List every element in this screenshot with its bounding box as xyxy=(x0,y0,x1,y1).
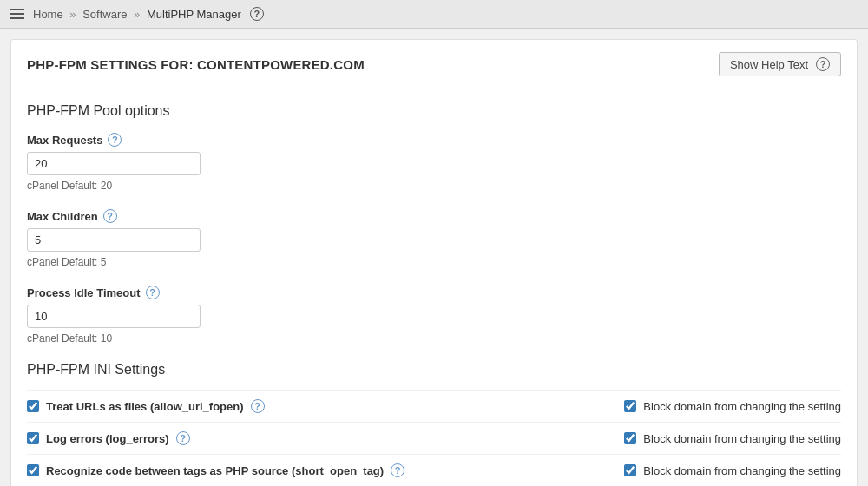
max-children-help-icon[interactable]: ? xyxy=(103,209,117,223)
max-requests-default: cPanel Default: 20 xyxy=(27,180,841,192)
breadcrumb-software[interactable]: Software xyxy=(82,8,127,21)
max-requests-group: Max Requests ? cPanel Default: 20 xyxy=(27,133,841,192)
short-open-tag-label: Recognize code between tags as PHP sourc… xyxy=(46,464,384,477)
show-help-icon: ? xyxy=(816,57,830,71)
log-errors-help-icon[interactable]: ? xyxy=(176,431,190,445)
breadcrumb-sep2: » xyxy=(134,8,140,21)
log-errors-checkbox[interactable] xyxy=(27,432,39,444)
short-open-tag-checkbox[interactable] xyxy=(27,464,39,476)
panel-title: PHP-FPM SETTINGS FOR: CONTENTPOWERED.COM xyxy=(27,57,365,72)
process-idle-timeout-label: Process Idle Timeout ? xyxy=(27,286,841,299)
settings-panel: PHP-FPM SETTINGS FOR: CONTENTPOWERED.COM… xyxy=(10,39,858,486)
short-open-tag-block-checkbox[interactable] xyxy=(624,464,636,476)
allow-url-fopen-label: Treat URLs as files (allow_url_fopen) xyxy=(46,400,244,413)
process-idle-timeout-group: Process Idle Timeout ? cPanel Default: 1… xyxy=(27,286,841,345)
process-idle-timeout-help-icon[interactable]: ? xyxy=(146,286,160,299)
panel-header: PHP-FPM SETTINGS FOR: CONTENTPOWERED.COM… xyxy=(11,40,857,89)
process-idle-timeout-default: cPanel Default: 10 xyxy=(27,332,841,345)
max-children-input[interactable] xyxy=(27,228,201,252)
max-requests-label: Max Requests ? xyxy=(27,133,841,147)
ini-row-allow-url-fopen: Treat URLs as files (allow_url_fopen) ? … xyxy=(27,390,841,422)
main-container: PHP-FPM SETTINGS FOR: CONTENTPOWERED.COM… xyxy=(0,29,868,486)
allow-url-fopen-block-label: Block domain from changing the setting xyxy=(643,400,841,413)
ini-row-log-errors: Log errors (log_errors) ? Block domain f… xyxy=(27,422,841,454)
allow-url-fopen-checkbox[interactable] xyxy=(27,400,39,412)
max-children-group: Max Children ? cPanel Default: 5 xyxy=(27,209,841,268)
breadcrumb-current: MultiPHP Manager xyxy=(147,8,241,21)
breadcrumb-home[interactable]: Home xyxy=(33,8,63,21)
allow-url-fopen-help-icon[interactable]: ? xyxy=(251,399,265,413)
breadcrumb: Home » Software » MultiPHP Manager xyxy=(33,8,241,21)
max-children-default: cPanel Default: 5 xyxy=(27,256,841,268)
allow-url-fopen-block-checkbox[interactable] xyxy=(624,400,636,412)
max-children-label: Max Children ? xyxy=(27,209,841,223)
log-errors-label: Log errors (log_errors) xyxy=(46,432,169,445)
ini-row-short-open-tag: Recognize code between tags as PHP sourc… xyxy=(27,454,841,486)
pool-options-title: PHP-FPM Pool options xyxy=(27,103,841,119)
short-open-tag-help-icon[interactable]: ? xyxy=(391,463,404,477)
log-errors-block-label: Block domain from changing the setting xyxy=(643,432,841,445)
breadcrumb-sep1: » xyxy=(69,8,76,21)
max-requests-help-icon[interactable]: ? xyxy=(108,133,122,147)
ini-section-title: PHP-FPM INI Settings xyxy=(27,362,841,378)
topbar: Home » Software » MultiPHP Manager ? xyxy=(0,0,868,29)
topbar-help-icon[interactable]: ? xyxy=(250,7,264,21)
show-help-button[interactable]: Show Help Text ? xyxy=(719,52,841,76)
log-errors-block-checkbox[interactable] xyxy=(624,432,636,444)
short-open-tag-block-label: Block domain from changing the setting xyxy=(643,464,841,477)
menu-icon[interactable] xyxy=(10,9,24,19)
max-requests-input[interactable] xyxy=(27,152,201,175)
process-idle-timeout-input[interactable] xyxy=(27,305,201,328)
show-help-label: Show Help Text xyxy=(730,58,808,71)
panel-body: PHP-FPM Pool options Max Requests ? cPan… xyxy=(11,89,857,486)
